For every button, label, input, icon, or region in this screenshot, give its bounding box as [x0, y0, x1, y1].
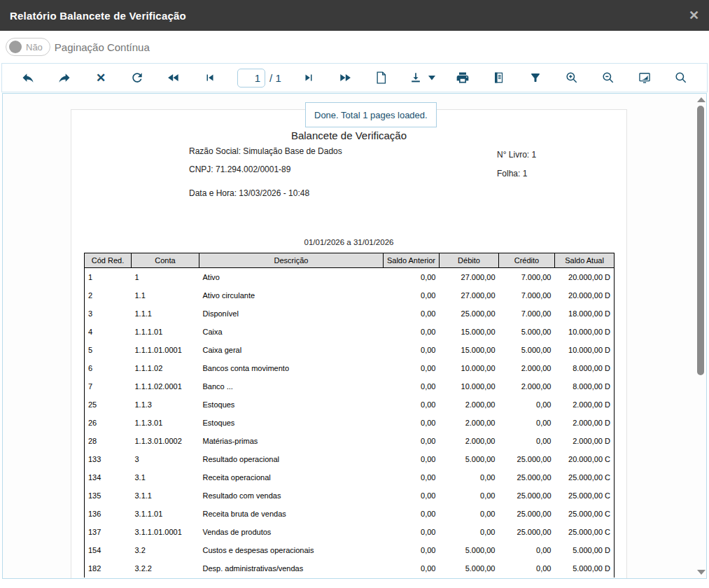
vertical-scrollbar [695, 94, 706, 578]
table-cell: 28 [85, 432, 132, 450]
pagination-toggle-row: Não Paginação Contínua [0, 31, 709, 63]
table-cell: 25.000,00 [499, 505, 555, 523]
continuous-pagination-toggle[interactable]: Não [6, 38, 50, 56]
fast-rewind-icon[interactable] [164, 69, 183, 87]
page-count-label: / 1 [269, 72, 281, 84]
undo-arrow-icon[interactable] [19, 69, 37, 87]
table-cell: 133 [85, 450, 132, 468]
table-cell: 0,00 [384, 304, 440, 323]
table-row: 1543.2Custos e despesas operacionais0,00… [85, 541, 615, 559]
last-page-icon[interactable] [300, 69, 318, 87]
table-header-cell: Conta [132, 253, 199, 268]
table-header-row: Cód Red.ContaDescriçãoSaldo AnteriorDébi… [85, 253, 615, 268]
table-row: 1823.2.2Desp. administrativas/vendas0,00… [85, 559, 615, 578]
report-razao-social: Razão Social: Simulação Base de Dados [189, 146, 342, 156]
table-header-cell: Débito [440, 253, 499, 268]
scroll-down-icon[interactable] [697, 570, 706, 575]
table-row: 281.1.3.01.0002Matérias-primas0,002.000,… [85, 432, 615, 450]
table-cell: Ativo [199, 268, 384, 286]
table-cell: 27.000,00 [440, 286, 499, 304]
table-cell: Caixa geral [199, 341, 384, 359]
table-cell: 0,00 [384, 377, 440, 396]
table-cell: 20.000,00 D [555, 268, 615, 286]
table-cell: 0,00 [384, 323, 440, 341]
redo-arrow-icon[interactable] [55, 69, 73, 87]
table-cell: Estoques [199, 396, 384, 414]
refresh-icon[interactable] [128, 69, 146, 87]
table-cell: 2 [85, 286, 132, 304]
table-cell: 3.1.1 [132, 486, 199, 505]
table-cell: 154 [85, 541, 132, 559]
table-cell: Disponível [199, 304, 384, 323]
page-input[interactable] [237, 69, 265, 88]
table-cell: 1.1.1 [132, 304, 199, 323]
table-cell: 26 [85, 414, 132, 432]
table-row: 1343.1Receita operacional0,000,0025.000,… [85, 468, 615, 486]
table-cell: 7.000,00 [499, 268, 555, 286]
table-cell: 18.000,00 D [555, 304, 615, 323]
report-title: Balancete de Verificação [71, 130, 626, 141]
balancete-table: Cód Red.ContaDescriçãoSaldo AnteriorDébi… [84, 253, 615, 578]
table-cell: 0,00 [384, 468, 440, 486]
table-cell: 1.1.1.01.0001 [132, 341, 199, 359]
table-cell: 8.000,00 D [555, 377, 615, 396]
table-cell: 5 [85, 341, 132, 359]
close-document-icon[interactable]: ✕ [92, 69, 110, 87]
table-row: 1363.1.1.01Receita bruta de vendas0,000,… [85, 505, 615, 523]
table-cell: Resultado operacional [199, 450, 384, 468]
table-row: 1333Resultado operacional0,005.000,0025.… [85, 450, 615, 468]
table-cell: 20.000,00 C [555, 450, 615, 468]
scroll-up-icon[interactable] [697, 97, 706, 102]
presentation-icon[interactable] [636, 69, 654, 87]
table-cell: 5.000,00 D [555, 541, 615, 559]
table-cell: Vendas de produtos [199, 523, 384, 541]
table-cell: 10.000,00 D [555, 341, 615, 359]
viewer-toolbar: ✕ / 1 [1, 63, 708, 92]
table-cell: 15.000,00 [440, 323, 499, 341]
table-cell: 2.000,00 [499, 359, 555, 377]
table-row: 41.1.1.01Caixa0,0015.000,005.000,0010.00… [85, 323, 615, 341]
table-cell: 6 [85, 359, 132, 377]
table-cell: 137 [85, 523, 132, 541]
table-cell: 1.1.1.02 [132, 359, 199, 377]
table-cell: 10.000,00 [440, 377, 499, 396]
report-livro: N° Livro: 1 [497, 150, 536, 160]
report-periodo: 01/01/2026 a 31/01/2026 [71, 238, 626, 246]
download-button[interactable] [409, 71, 435, 85]
table-cell: Matérias-primas [199, 432, 384, 450]
table-cell: 0,00 [384, 341, 440, 359]
table-header-cell: Saldo Anterior [384, 253, 440, 268]
print-icon[interactable] [454, 69, 472, 87]
close-icon[interactable]: ✕ [689, 9, 699, 22]
pdf-viewer: Done. Total 1 pages loaded. Balancete de… [2, 93, 707, 579]
table-cell: 1.1.3 [132, 396, 199, 414]
table-row: 31.1.1Disponível0,0025.000,007.000,0018.… [85, 304, 615, 323]
table-row: 11Ativo0,0027.000,007.000,0020.000,00 D [85, 268, 615, 286]
table-header-cell: Crédito [499, 253, 555, 268]
filter-icon[interactable] [526, 69, 545, 87]
table-cell: 3.2.2 [132, 559, 199, 578]
new-document-icon[interactable] [372, 69, 391, 87]
first-page-icon[interactable] [201, 69, 219, 87]
table-cell: 0,00 [384, 523, 440, 541]
table-cell: 2.000,00 D [555, 396, 615, 414]
fast-forward-icon[interactable] [336, 69, 354, 87]
modal-titlebar: Relatório Balancete de Verificação ✕ [0, 0, 709, 31]
table-cell: 0,00 [384, 559, 440, 578]
table-cell: 2.000,00 [440, 396, 499, 414]
table-cell: 25.000,00 C [555, 523, 615, 541]
table-cell: Caixa [199, 323, 384, 341]
table-cell: 4 [85, 323, 132, 341]
report-icon[interactable] [490, 69, 508, 87]
table-cell: 135 [85, 486, 132, 505]
table-cell: 2.000,00 D [555, 432, 615, 450]
toggle-knob-icon [9, 41, 22, 53]
report-folha: Folha: 1 [497, 169, 527, 178]
scrollbar-thumb[interactable] [697, 106, 704, 375]
zoom-out-icon[interactable] [599, 69, 617, 87]
table-cell: 1 [132, 268, 199, 286]
search-icon[interactable] [672, 69, 690, 87]
table-cell: 10.000,00 [440, 359, 499, 377]
table-cell: 0,00 [384, 486, 440, 505]
zoom-in-icon[interactable] [563, 69, 581, 87]
